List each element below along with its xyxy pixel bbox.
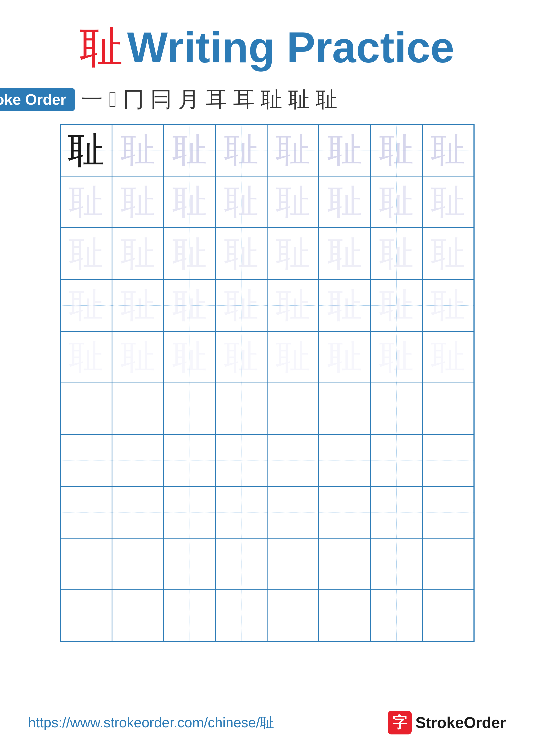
- stroke-chars: 一 𠃌 冂 冃 月 耳 耳 耻 耻 耻: [81, 89, 337, 110]
- cell-5-2[interactable]: 耻: [112, 331, 164, 383]
- cell-6-1[interactable]: [60, 383, 112, 435]
- cell-4-6[interactable]: 耻: [319, 280, 370, 331]
- cell-2-5[interactable]: 耻: [267, 176, 319, 228]
- cell-2-8[interactable]: 耻: [422, 176, 474, 228]
- cell-10-3[interactable]: [164, 590, 216, 641]
- grid-row-4: 耻 耻 耻 耻 耻 耻 耻 耻: [60, 280, 474, 331]
- cell-1-5[interactable]: 耻: [267, 124, 319, 176]
- cell-3-1[interactable]: 耻: [60, 228, 112, 280]
- char-display: 耻: [121, 282, 155, 329]
- cell-8-2[interactable]: [112, 486, 164, 538]
- cell-2-6[interactable]: 耻: [319, 176, 370, 228]
- cell-3-5[interactable]: 耻: [267, 228, 319, 280]
- cell-10-6[interactable]: [319, 590, 370, 641]
- cell-3-6[interactable]: 耻: [319, 228, 370, 280]
- char-display: 耻: [379, 282, 414, 329]
- cell-6-7[interactable]: [370, 383, 422, 435]
- cell-5-3[interactable]: 耻: [164, 331, 216, 383]
- cell-5-7[interactable]: 耻: [370, 331, 422, 383]
- cell-1-1[interactable]: 耻: [60, 124, 112, 176]
- stroke-4: 冃: [150, 89, 172, 110]
- cell-7-1[interactable]: [60, 435, 112, 486]
- cell-2-3[interactable]: 耻: [164, 176, 216, 228]
- cell-3-4[interactable]: 耻: [216, 228, 267, 280]
- cell-9-2[interactable]: [112, 538, 164, 590]
- cell-2-1[interactable]: 耻: [60, 176, 112, 228]
- cell-2-7[interactable]: 耻: [370, 176, 422, 228]
- cell-2-2[interactable]: 耻: [112, 176, 164, 228]
- char-display: 耻: [172, 334, 207, 380]
- cell-9-7[interactable]: [370, 538, 422, 590]
- cell-8-8[interactable]: [422, 486, 474, 538]
- cell-8-7[interactable]: [370, 486, 422, 538]
- cell-8-5[interactable]: [267, 486, 319, 538]
- cell-6-5[interactable]: [267, 383, 319, 435]
- cell-7-8[interactable]: [422, 435, 474, 486]
- cell-4-7[interactable]: 耻: [370, 280, 422, 331]
- cell-7-5[interactable]: [267, 435, 319, 486]
- cell-3-7[interactable]: 耻: [370, 228, 422, 280]
- cell-7-4[interactable]: [216, 435, 267, 486]
- cell-4-3[interactable]: 耻: [164, 280, 216, 331]
- cell-9-6[interactable]: [319, 538, 370, 590]
- cell-1-8[interactable]: 耻: [422, 124, 474, 176]
- cell-8-6[interactable]: [319, 486, 370, 538]
- cell-7-7[interactable]: [370, 435, 422, 486]
- title-chinese-char: 耻: [80, 26, 123, 69]
- cell-2-4[interactable]: 耻: [216, 176, 267, 228]
- cell-5-4[interactable]: 耻: [216, 331, 267, 383]
- cell-6-3[interactable]: [164, 383, 216, 435]
- cell-6-6[interactable]: [319, 383, 370, 435]
- cell-10-2[interactable]: [112, 590, 164, 641]
- stroke-5: 月: [178, 89, 199, 110]
- cell-10-7[interactable]: [370, 590, 422, 641]
- cell-1-3[interactable]: 耻: [164, 124, 216, 176]
- cell-1-7[interactable]: 耻: [370, 124, 422, 176]
- cell-5-6[interactable]: 耻: [319, 331, 370, 383]
- cell-1-6[interactable]: 耻: [319, 124, 370, 176]
- cell-6-2[interactable]: [112, 383, 164, 435]
- cell-5-5[interactable]: 耻: [267, 331, 319, 383]
- cell-4-5[interactable]: 耻: [267, 280, 319, 331]
- cell-4-4[interactable]: 耻: [216, 280, 267, 331]
- footer-logo: 字 StrokeOrder: [388, 711, 506, 735]
- cell-4-2[interactable]: 耻: [112, 280, 164, 331]
- cell-10-5[interactable]: [267, 590, 319, 641]
- cell-8-4[interactable]: [216, 486, 267, 538]
- char-display: 耻: [431, 127, 465, 174]
- cell-9-1[interactable]: [60, 538, 112, 590]
- cell-7-6[interactable]: [319, 435, 370, 486]
- cell-1-2[interactable]: 耻: [112, 124, 164, 176]
- cell-6-4[interactable]: [216, 383, 267, 435]
- char-display: 耻: [69, 334, 103, 380]
- cell-10-1[interactable]: [60, 590, 112, 641]
- cell-3-3[interactable]: 耻: [164, 228, 216, 280]
- cell-9-5[interactable]: [267, 538, 319, 590]
- cell-4-8[interactable]: 耻: [422, 280, 474, 331]
- footer-logo-text: StrokeOrder: [416, 714, 506, 731]
- stroke-order-badge: Stroke Order: [0, 88, 75, 111]
- cell-10-8[interactable]: [422, 590, 474, 641]
- cell-3-8[interactable]: 耻: [422, 228, 474, 280]
- char-display: 耻: [276, 334, 310, 380]
- cell-5-8[interactable]: 耻: [422, 331, 474, 383]
- cell-7-3[interactable]: [164, 435, 216, 486]
- char-display: 耻: [276, 127, 310, 174]
- footer-url[interactable]: https://www.strokeorder.com/chinese/耻: [28, 713, 274, 732]
- char-display: 耻: [431, 179, 465, 225]
- cell-8-1[interactable]: [60, 486, 112, 538]
- cell-6-8[interactable]: [422, 383, 474, 435]
- cell-4-1[interactable]: 耻: [60, 280, 112, 331]
- cell-9-4[interactable]: [216, 538, 267, 590]
- cell-9-8[interactable]: [422, 538, 474, 590]
- cell-5-1[interactable]: 耻: [60, 331, 112, 383]
- cell-9-3[interactable]: [164, 538, 216, 590]
- cell-1-4[interactable]: 耻: [216, 124, 267, 176]
- cell-10-4[interactable]: [216, 590, 267, 641]
- cell-8-3[interactable]: [164, 486, 216, 538]
- char-display: 耻: [121, 127, 155, 174]
- cell-7-2[interactable]: [112, 435, 164, 486]
- cell-3-2[interactable]: 耻: [112, 228, 164, 280]
- char-display: 耻: [327, 127, 362, 174]
- stroke-order-row: Stroke Order 一 𠃌 冂 冃 月 耳 耳 耻 耻 耻: [0, 88, 418, 111]
